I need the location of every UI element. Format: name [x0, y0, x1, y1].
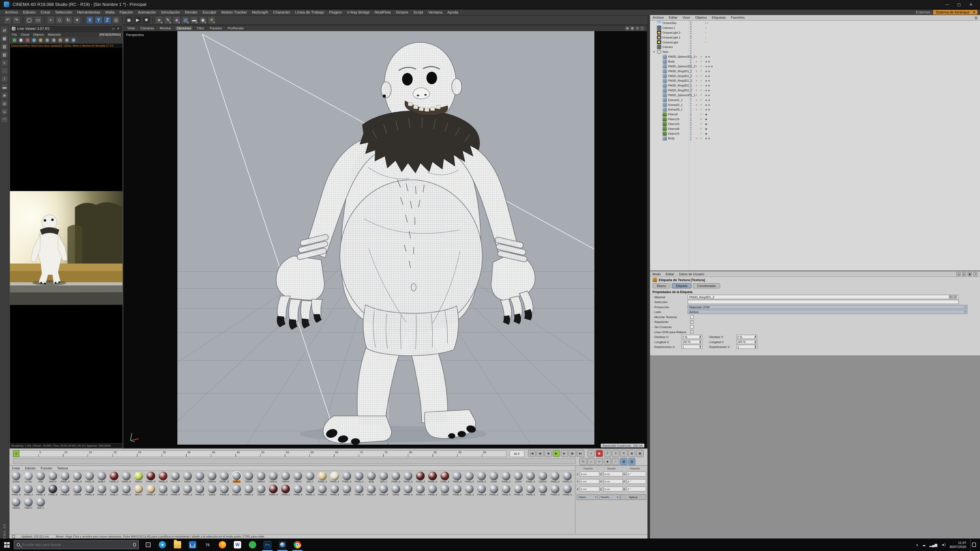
editor-visibility-toggle[interactable]: ×: [696, 68, 697, 73]
cloud-icon[interactable]: ☁: [922, 543, 926, 547]
object-name[interactable]: PM3D_Ring3D1_2: [668, 75, 692, 78]
visibility-dots[interactable]: [690, 30, 692, 35]
stepper[interactable]: [754, 340, 756, 344]
next-key-button[interactable]: |▶: [569, 450, 576, 457]
rect-selection-button[interactable]: ▭: [34, 16, 42, 24]
playback-mode-icon[interactable]: ↻: [579, 458, 587, 465]
object-name[interactable]: Cámara 1: [662, 26, 675, 29]
ease-icon[interactable]: ~: [612, 458, 619, 465]
material-swatch[interactable]: PM3D_9: [476, 472, 488, 485]
material-ball[interactable]: [526, 472, 535, 480]
render-visibility-toggle[interactable]: ✓: [700, 54, 702, 59]
material-swatch[interactable]: PM3D_9: [83, 485, 96, 498]
network-icon[interactable]: ▂▄▆: [929, 543, 937, 547]
stop-render-icon[interactable]: [25, 38, 30, 43]
checkbox[interactable]: [690, 315, 694, 319]
material-ball[interactable]: [146, 485, 155, 493]
object-row[interactable]: Extras05_1 × ✓ ●●: [650, 107, 980, 112]
quantize-icon[interactable]: ◠: [1, 116, 8, 123]
coordinate-mode-select[interactable]: Objeto▾: [577, 494, 598, 500]
material-swatch[interactable]: Fibers3: [537, 472, 549, 485]
texture-tag-chips[interactable]: ●: [705, 112, 708, 117]
editor-visibility-toggle[interactable]: ×: [696, 93, 697, 97]
material-swatch[interactable]: PM3D_9: [194, 485, 206, 498]
object-name[interactable]: Body: [668, 137, 675, 140]
material-swatch[interactable]: PM3D_R: [108, 472, 120, 485]
edges-mode-icon[interactable]: /: [1, 76, 8, 83]
object-row[interactable]: PM3D_Sphere3D1_2 × ✓ ●●●: [650, 64, 980, 68]
material-swatch[interactable]: Body: [365, 472, 377, 485]
menu-item[interactable]: Esculpir: [200, 10, 219, 14]
material-swatch[interactable]: PM3D_9: [157, 485, 169, 498]
material-swatch[interactable]: PM3D_R: [157, 472, 169, 485]
material-ball[interactable]: [526, 485, 535, 493]
menu-item[interactable]: Fijación: [117, 10, 135, 14]
material-swatch[interactable]: PM3D_9: [500, 472, 512, 485]
editor-visibility-toggle[interactable]: ×: [696, 83, 697, 88]
material-ball[interactable]: [122, 472, 130, 480]
material-ball[interactable]: [563, 485, 572, 493]
material-swatch[interactable]: PM3D_9: [414, 485, 426, 498]
material-ball[interactable]: [73, 485, 82, 493]
points-mode-icon[interactable]: ∙: [1, 67, 8, 74]
goto-end-button[interactable]: ▶|: [577, 450, 584, 457]
visibility-dots[interactable]: [690, 64, 692, 68]
material-ball[interactable]: [379, 485, 388, 493]
attribute-menu-item[interactable]: Modo: [652, 272, 661, 276]
material-swatch[interactable]: PM3D_9: [10, 485, 22, 498]
material-ball[interactable]: [355, 472, 363, 480]
object-row[interactable]: OctaneLight 2 ▪: [650, 30, 980, 35]
material-swatch[interactable]: PM3D_9: [414, 472, 426, 485]
viewport-menu-item[interactable]: Filtro: [196, 26, 205, 30]
edge[interactable]: e: [155, 538, 170, 551]
material-swatch[interactable]: Fibers9: [71, 485, 83, 498]
render-visibility-toggle[interactable]: ✓: [700, 136, 702, 141]
taskbar-search[interactable]: [14, 540, 139, 549]
toolbar-separator[interactable]: [83, 17, 84, 24]
material-swatch[interactable]: Fibers1: [255, 472, 267, 485]
material-ball[interactable]: [134, 485, 143, 493]
material-ball[interactable]: [538, 472, 547, 480]
viewport-menu-item[interactable]: Vista: [126, 26, 136, 30]
editor-visibility-toggle[interactable]: ×: [696, 64, 697, 68]
visibility-dots[interactable]: [690, 97, 692, 102]
material-ball[interactable]: [538, 485, 547, 493]
stepper[interactable]: [754, 345, 756, 348]
key-interpolation-icon[interactable]: ◆: [604, 458, 611, 465]
render-view-button[interactable]: ▣: [125, 16, 133, 24]
object-name[interactable]: Extras05_1: [668, 108, 682, 111]
object-row[interactable]: PM3D_Ring3D1_3 × ✓ ●●: [650, 78, 980, 83]
material-swatch[interactable]: PM3D_9: [22, 485, 35, 498]
previous-frame-button[interactable]: ◀: [544, 450, 552, 457]
render-settings-button[interactable]: ✱: [142, 16, 150, 24]
visibility-dots[interactable]: [690, 107, 692, 112]
live-viewer-menu-item[interactable]: File: [12, 33, 17, 37]
material-ball[interactable]: [36, 498, 45, 507]
material-swatch[interactable]: PM3D_9: [120, 485, 132, 498]
notification-center-button[interactable]: [970, 538, 977, 551]
object-name[interactable]: Cámara: [662, 45, 673, 48]
viewport-menu-item[interactable]: Cámaras: [139, 26, 155, 30]
menu-item[interactable]: Selección: [53, 10, 75, 14]
live-viewer-window-button[interactable]: ▭: [111, 27, 116, 30]
material-ball[interactable]: [48, 485, 57, 493]
menu-item[interactable]: Archivo: [3, 10, 21, 14]
render-visibility-toggle[interactable]: ✓: [700, 88, 702, 93]
material-ball[interactable]: [490, 472, 498, 480]
texture-tag-chips[interactable]: ▪▪: [705, 21, 709, 25]
pane-split-icon[interactable]: ▦: [630, 26, 635, 30]
snap-icon[interactable]: ∪: [1, 108, 8, 115]
menu-item[interactable]: RealFlow: [372, 10, 393, 14]
render-visibility-toggle[interactable]: ✓: [700, 122, 702, 127]
visibility-dots[interactable]: [690, 59, 692, 64]
object-row[interactable]: OctaneLight 1 ▪: [650, 35, 980, 40]
toolbar-separator[interactable]: [122, 17, 123, 24]
material-ball[interactable]: [24, 472, 33, 480]
stepper[interactable]: [699, 345, 701, 348]
material-ball[interactable]: [391, 472, 400, 480]
menu-item[interactable]: Render: [183, 10, 200, 14]
material-swatch[interactable]: PM3D_9: [59, 485, 71, 498]
material-swatch[interactable]: Body.C: [96, 472, 108, 485]
material-swatch[interactable]: Fibers7: [292, 472, 304, 485]
polygons-mode-icon[interactable]: ▬: [1, 84, 8, 91]
